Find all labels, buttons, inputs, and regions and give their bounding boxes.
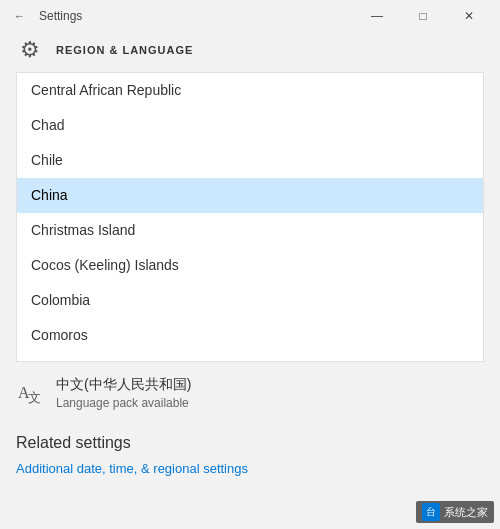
country-list-item[interactable]: Christmas Island bbox=[17, 213, 483, 248]
language-info: 中文(中华人民共和国) Language pack available bbox=[56, 376, 191, 410]
country-list-item[interactable]: China bbox=[17, 178, 483, 213]
country-list-item[interactable]: Comoros bbox=[17, 318, 483, 353]
title-bar-controls: — □ ✕ bbox=[354, 0, 492, 32]
minimize-button[interactable]: — bbox=[354, 0, 400, 32]
related-settings: Related settings Additional date, time, … bbox=[0, 420, 500, 482]
language-name: 中文(中华人民共和国) bbox=[56, 376, 191, 394]
title-bar-left: ← Settings bbox=[8, 8, 82, 24]
watermark: 台 系统之家 bbox=[416, 501, 494, 523]
window-title: Settings bbox=[39, 9, 82, 23]
related-settings-title: Related settings bbox=[16, 434, 484, 452]
country-list-item[interactable]: Chile bbox=[17, 143, 483, 178]
country-list-container: Central African RepublicChadChileChinaCh… bbox=[16, 72, 484, 362]
language-icon: A 文 bbox=[16, 378, 44, 412]
svg-text:文: 文 bbox=[28, 390, 41, 405]
regional-settings-link[interactable]: Additional date, time, & regional settin… bbox=[16, 461, 248, 476]
language-section: A 文 中文(中华人民共和国) Language pack available bbox=[0, 362, 500, 420]
watermark-text: 系统之家 bbox=[444, 505, 488, 520]
title-bar: ← Settings — □ ✕ bbox=[0, 0, 500, 32]
country-list-item[interactable]: Congo bbox=[17, 353, 483, 361]
close-button[interactable]: ✕ bbox=[446, 0, 492, 32]
page-header: ⚙ REGION & LANGUAGE bbox=[0, 32, 500, 72]
section-title: REGION & LANGUAGE bbox=[56, 44, 193, 56]
country-list[interactable]: Central African RepublicChadChileChinaCh… bbox=[17, 73, 483, 361]
country-list-item[interactable]: Central African Republic bbox=[17, 73, 483, 108]
gear-icon: ⚙ bbox=[16, 36, 44, 64]
country-list-item[interactable]: Cocos (Keeling) Islands bbox=[17, 248, 483, 283]
maximize-button[interactable]: □ bbox=[400, 0, 446, 32]
country-list-item[interactable]: Colombia bbox=[17, 283, 483, 318]
back-button[interactable]: ← bbox=[8, 8, 31, 24]
watermark-logo: 台 bbox=[422, 503, 440, 521]
language-status: Language pack available bbox=[56, 396, 191, 410]
country-list-item[interactable]: Chad bbox=[17, 108, 483, 143]
